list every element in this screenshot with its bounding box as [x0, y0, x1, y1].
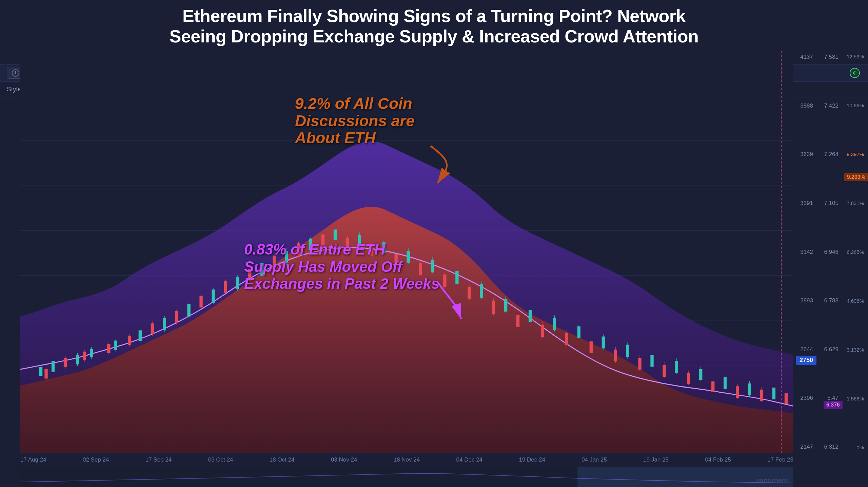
social-label-7: 3.132%	[844, 347, 867, 353]
page-title: Ethereum Finally Showing Signs of a Turn…	[27, 6, 841, 47]
price-label-8: 2396	[793, 395, 816, 401]
chart-area: .santiment.	[0, 51, 868, 487]
supply-label-6: 6.788	[818, 297, 841, 304]
x-label-12: 17 Feb 25	[767, 456, 793, 463]
social-label-3: 9.397%	[844, 151, 867, 157]
x-label-3: 03 Oct 24	[208, 456, 233, 463]
social-label-2: 10.96%	[844, 102, 867, 108]
x-label-2: 17 Sep 24	[145, 456, 172, 463]
x-axis: 17 Aug 24 02 Sep 24 17 Sep 24 03 Oct 24 …	[20, 456, 793, 463]
supply-label-5: 6.946	[818, 249, 841, 256]
price-highlight-box: 2750	[796, 356, 816, 365]
x-label-8: 19 Dec 24	[519, 456, 545, 463]
supply-label-9: 6.312	[818, 444, 841, 450]
x-label-0: 17 Aug 24	[20, 456, 46, 463]
supply-label-2: 7.422	[818, 102, 841, 109]
x-label-4: 18 Oct 24	[270, 456, 295, 463]
x-label-9: 04 Jan 25	[581, 456, 607, 463]
x-label-6: 18 Nov 24	[394, 456, 420, 463]
supply-label-1: 7.581	[818, 54, 841, 60]
y-axis-price: 4137 3888 3639 3391 3142 2893 2644 2396 …	[792, 51, 817, 453]
supply-label-7: 6.629	[818, 346, 841, 353]
price-label-6: 2893	[793, 297, 816, 304]
x-label-7: 04 Dec 24	[456, 456, 483, 463]
price-label-2: 3888	[793, 102, 816, 109]
social-label-6: 4.698%	[844, 298, 867, 304]
x-label-10: 19 Jan 25	[643, 456, 669, 463]
social-label-1: 12.53%	[844, 54, 867, 59]
supply-label-3: 7.264	[818, 151, 841, 158]
x-label-11: 04 Feb 25	[705, 456, 731, 463]
social-label-4: 7.831%	[844, 200, 867, 206]
price-label-4: 3391	[793, 200, 816, 207]
bottom-watermark: .santiment.	[754, 476, 790, 484]
x-label-1: 02 Sep 24	[83, 456, 109, 463]
main-chart-svg	[20, 51, 793, 453]
y-axis-supply: 7.581 7.422 7.264 7.105 6.946 6.788 6.62…	[817, 51, 843, 453]
price-label-9: 2147	[793, 444, 816, 450]
price-label-7: 2644	[793, 346, 816, 353]
social-label-8: 1.566%	[844, 396, 867, 401]
orange-value-badge: 9.203%	[844, 173, 868, 181]
social-label-9: 0%	[844, 445, 867, 450]
social-label-5: 6.265%	[844, 249, 867, 255]
mini-chart[interactable]	[20, 467, 793, 487]
supply-label-4: 7.105	[818, 200, 841, 207]
purple-value-badge: 6.376	[824, 401, 843, 409]
price-label-1: 4137	[793, 54, 816, 60]
price-label-5: 3142	[793, 249, 816, 256]
price-label-3: 3639	[793, 151, 816, 158]
x-label-5: 03 Nov 24	[331, 456, 357, 463]
y-axis-social: 12.53% 10.96% 9.397% 7.831% 6.265% 4.698…	[843, 51, 868, 453]
